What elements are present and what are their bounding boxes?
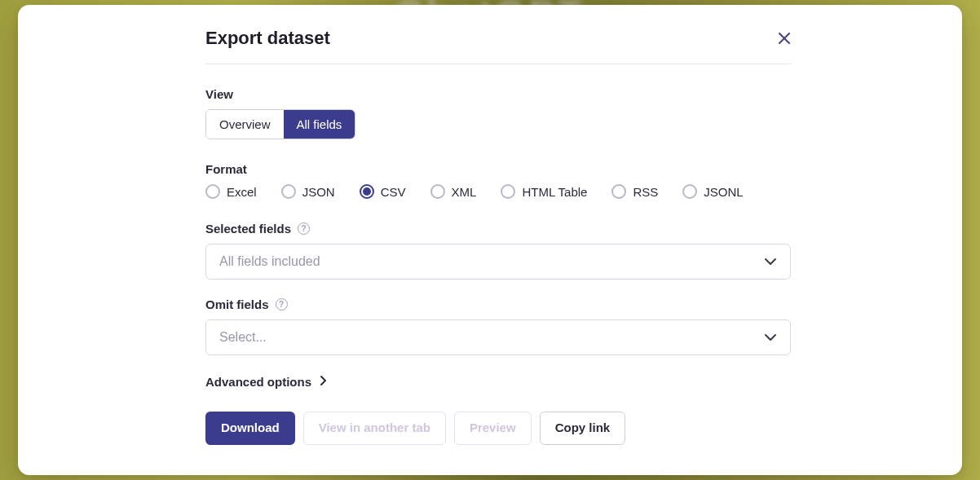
chevron-down-icon: [764, 333, 777, 341]
omit-fields-section: Omit fields ? Select...: [205, 297, 791, 355]
format-label: Format: [205, 162, 791, 176]
view-section: View Overview All fields: [205, 87, 791, 139]
view-in-another-tab-button[interactable]: View in another tab: [303, 412, 446, 445]
view-tab-all-fields[interactable]: All fields: [284, 110, 355, 139]
omit-fields-select[interactable]: Select...: [205, 319, 791, 355]
copy-link-button[interactable]: Copy link: [540, 412, 626, 445]
selected-fields-placeholder: All fields included: [219, 254, 320, 269]
format-radio-label: CSV: [381, 185, 406, 199]
action-buttons: Download View in another tab Preview Cop…: [205, 412, 791, 445]
preview-button[interactable]: Preview: [454, 412, 532, 445]
chevron-right-icon: [320, 375, 327, 389]
format-radio-xml[interactable]: XML: [430, 184, 477, 199]
radio-icon: [205, 184, 220, 199]
selected-fields-label-text: Selected fields: [205, 222, 291, 236]
chevron-down-icon: [764, 258, 777, 266]
help-icon[interactable]: ?: [298, 222, 310, 235]
close-icon[interactable]: [778, 31, 791, 47]
format-radio-csv[interactable]: CSV: [360, 184, 406, 199]
format-radio-label: HTML Table: [522, 185, 587, 199]
modal-title: Export dataset: [205, 28, 330, 49]
format-radio-group: Excel JSON CSV XML HTML Table RSS JSONL: [205, 184, 791, 199]
selected-fields-label: Selected fields ?: [205, 222, 791, 236]
selected-fields-section: Selected fields ? All fields included: [205, 222, 791, 280]
selected-fields-select[interactable]: All fields included: [205, 244, 791, 280]
omit-fields-label: Omit fields ?: [205, 297, 791, 311]
export-dataset-modal: Export dataset View Overview All fields …: [18, 5, 962, 475]
radio-icon: [360, 184, 374, 199]
format-radio-jsonl[interactable]: JSONL: [682, 184, 743, 199]
view-segmented-control: Overview All fields: [205, 109, 355, 139]
omit-fields-label-text: Omit fields: [205, 297, 269, 311]
format-radio-rss[interactable]: RSS: [611, 184, 658, 199]
view-tab-overview[interactable]: Overview: [206, 110, 284, 139]
advanced-options-label: Advanced options: [205, 375, 311, 389]
radio-icon: [430, 184, 445, 199]
format-radio-label: JSON: [302, 185, 335, 199]
format-radio-html-table[interactable]: HTML Table: [501, 184, 587, 199]
format-radio-label: RSS: [633, 185, 658, 199]
format-radio-json[interactable]: JSON: [281, 184, 335, 199]
omit-fields-placeholder: Select...: [219, 330, 267, 345]
format-radio-label: XML: [452, 185, 477, 199]
format-radio-label: Excel: [227, 185, 257, 199]
view-label: View: [205, 87, 791, 101]
download-button[interactable]: Download: [205, 412, 295, 445]
format-section: Format Excel JSON CSV XML HTML Table RSS…: [205, 162, 791, 199]
radio-icon: [281, 184, 296, 199]
radio-icon: [611, 184, 626, 199]
help-icon[interactable]: ?: [276, 298, 288, 310]
format-radio-excel[interactable]: Excel: [205, 184, 257, 199]
advanced-options-toggle[interactable]: Advanced options: [205, 375, 791, 389]
radio-icon: [501, 184, 515, 199]
radio-icon: [682, 184, 697, 199]
format-radio-label: JSONL: [704, 185, 743, 199]
modal-header: Export dataset: [205, 28, 791, 64]
